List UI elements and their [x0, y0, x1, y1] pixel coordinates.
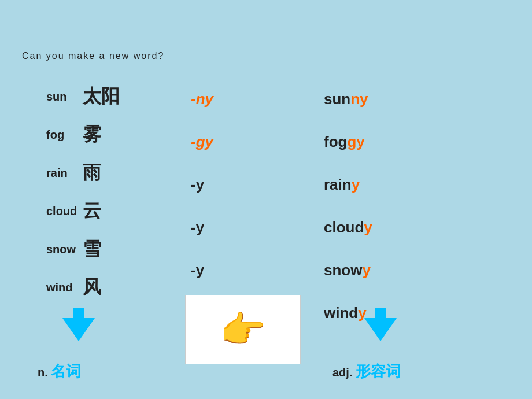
list-item: snow 雪: [46, 237, 120, 262]
adj-text: 形容词: [356, 363, 401, 380]
suffix-y-snow: -y: [191, 255, 213, 285]
noun-label: n. 名词: [38, 361, 81, 382]
list-item: rain 雨: [46, 160, 120, 186]
adj-arrow: [364, 308, 397, 341]
suffix-ny: -ny: [191, 84, 213, 114]
word-en-fog: fog: [46, 128, 78, 142]
word-cn-snow: 雪: [83, 237, 101, 262]
word-en-sun: sun: [46, 90, 78, 104]
suffix-y-rain: -y: [191, 169, 213, 200]
noun-arrow: [62, 308, 95, 341]
list-item: wind 风: [46, 275, 120, 300]
result-foggy: foggy: [324, 127, 372, 157]
noun-text: 名词: [51, 363, 81, 380]
result-rainy: rainy: [324, 169, 372, 200]
word-cn-wind: 风: [83, 275, 101, 300]
result-base-snow: snow: [324, 261, 362, 279]
list-item: fog 雾: [46, 122, 120, 147]
adj-label: adj. 形容词: [332, 361, 401, 382]
left-words-column: sun 太阳 fog 雾 rain 雨 cloud 云 snow 雪 wind …: [46, 84, 120, 313]
list-item: cloud 云: [46, 198, 120, 224]
result-base-fog: fog: [324, 133, 347, 151]
result-suffix-gy: gy: [347, 133, 364, 151]
word-cn-cloud: 云: [83, 198, 101, 224]
result-column: sunny foggy rainy cloudy snowy windy: [324, 84, 372, 341]
result-suffix-ny: ny: [350, 90, 368, 108]
result-suffix-y-snow: y: [362, 261, 370, 279]
result-base-cloud: cloud: [324, 219, 364, 237]
result-sunny: sunny: [324, 84, 372, 114]
hand-pointing-image: 👉: [185, 295, 301, 364]
word-cn-sun: 太阳: [83, 84, 120, 109]
noun-prefix: n.: [38, 366, 51, 379]
result-base-wind: wind: [324, 304, 358, 322]
result-suffix-y-rain: y: [352, 176, 360, 194]
word-cn-rain: 雨: [83, 160, 101, 186]
word-en-wind: wind: [46, 281, 78, 294]
question-text: Can you make a new word?: [22, 51, 164, 61]
suffix-gy: -gy: [191, 127, 213, 157]
result-base-sun: sun: [324, 90, 350, 108]
word-en-cloud: cloud: [46, 205, 78, 218]
suffix-y-cloud: -y: [191, 212, 213, 242]
result-snowy: snowy: [324, 255, 372, 285]
word-en-rain: rain: [46, 167, 78, 180]
adj-prefix: adj.: [332, 366, 356, 379]
list-item: sun 太阳: [46, 84, 120, 109]
word-cn-fog: 雾: [83, 122, 101, 147]
word-en-snow: snow: [46, 243, 78, 256]
result-base-rain: rain: [324, 176, 352, 194]
result-suffix-y-cloud: y: [364, 219, 372, 237]
result-cloudy: cloudy: [324, 212, 372, 242]
